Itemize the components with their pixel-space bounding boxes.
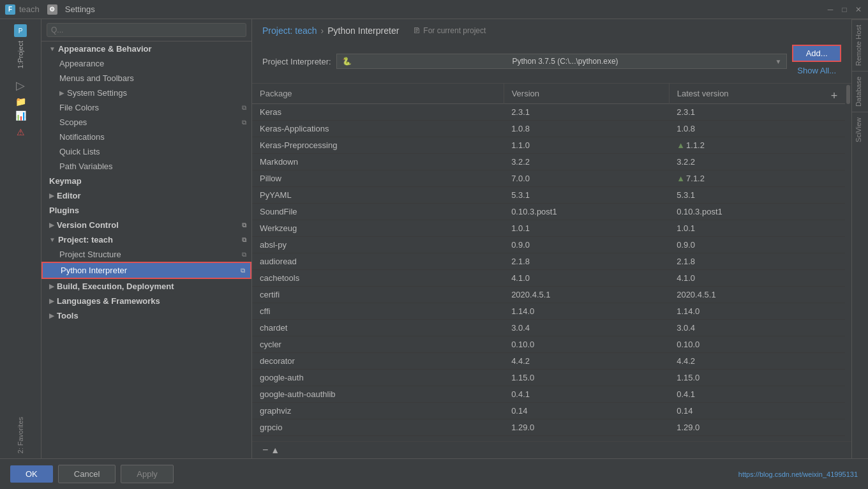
table-row[interactable]: Keras-Applications1.0.81.0.8 xyxy=(252,121,851,137)
package-latest: ▲1.1.2 xyxy=(669,137,851,154)
structure-tab[interactable]: ▷ xyxy=(16,79,25,93)
package-latest: 1.15.0 xyxy=(669,370,851,386)
table-row[interactable]: chardet3.0.43.0.4 xyxy=(252,320,851,336)
table-row[interactable]: grpcio1.29.01.29.0 xyxy=(252,419,851,436)
table-row[interactable]: cycler0.10.00.10.0 xyxy=(252,336,851,353)
table-row[interactable]: certifi2020.4.5.12020.4.5.1 xyxy=(252,287,851,303)
for-current-label: For current project xyxy=(423,26,486,35)
tab-remote-host[interactable]: Remote Host xyxy=(852,19,868,71)
package-name: cycler xyxy=(252,336,504,353)
package-name: grpcio xyxy=(252,419,504,436)
alert-tab[interactable]: ⚠ xyxy=(17,127,25,137)
ok-button[interactable]: OK xyxy=(10,465,53,483)
arrow-editor: ▶ xyxy=(49,192,54,199)
tree-label-scopes: Scopes xyxy=(59,117,87,127)
status-url: https://blog.csdn.net/weixin_41995131 xyxy=(738,470,858,478)
tree-label-project-teach: Project: teach xyxy=(58,235,113,244)
tree-item-appearance-behavior[interactable]: ▼ Appearance & Behavior xyxy=(41,41,251,56)
table-row[interactable]: google-auth-oauthlib0.4.10.4.1 xyxy=(252,386,851,403)
table-row[interactable]: PyYAML5.3.15.3.1 xyxy=(252,187,851,204)
tree-item-project-teach[interactable]: ▼ Project: teach ⧉ xyxy=(41,232,251,247)
table-row[interactable]: absl-py0.9.00.9.0 xyxy=(252,237,851,253)
tree-item-tools[interactable]: ▶ Tools xyxy=(41,308,251,323)
tree-label-plugins: Plugins xyxy=(49,206,79,215)
breadcrumb-current: Python Interpreter xyxy=(327,26,399,36)
tree-label-file-colors: File Colors xyxy=(59,103,99,112)
table-row[interactable]: SoundFile0.10.3.post10.10.3.post1 xyxy=(252,204,851,220)
scrollbar[interactable] xyxy=(845,84,851,441)
tree-item-build-execution[interactable]: ▶ Build, Execution, Deployment xyxy=(41,279,251,294)
right-tabs: Remote Host Database SciView xyxy=(851,19,868,458)
add-button[interactable]: Add... xyxy=(792,45,841,62)
close-btn[interactable]: ✕ xyxy=(854,5,863,14)
package-latest: 2020.4.5.1 xyxy=(669,287,851,303)
cancel-button[interactable]: Cancel xyxy=(58,465,116,483)
package-name: Werkzeug xyxy=(252,220,504,237)
tree-item-path-variables[interactable]: Path Variables xyxy=(41,159,251,174)
for-current-project: 🖹 For current project xyxy=(413,26,486,35)
table-row[interactable]: Keras-Preprocessing1.1.0▲1.1.2 xyxy=(252,137,851,154)
tree-item-keymap[interactable]: Keymap xyxy=(41,174,251,188)
table-row[interactable]: cachetools4.1.04.1.0 xyxy=(252,270,851,287)
table-row[interactable]: Werkzeug1.0.11.0.1 xyxy=(252,220,851,237)
tree-label-appearance: Appearance xyxy=(59,59,104,68)
tree-item-plugins[interactable]: Plugins xyxy=(41,203,251,218)
package-version: 2020.4.5.1 xyxy=(504,287,669,303)
tree-item-languages-frameworks[interactable]: ▶ Languages & Frameworks xyxy=(41,294,251,308)
tree-item-appearance[interactable]: Appearance xyxy=(41,56,251,71)
package-version: 0.4.1 xyxy=(504,386,669,403)
table-row[interactable]: google-auth1.15.01.15.0 xyxy=(252,370,851,386)
tree-item-menus-toolbars[interactable]: Menus and Toolbars xyxy=(41,71,251,86)
project-tab[interactable]: P 1:Project xyxy=(0,19,41,73)
tree-label-python-interpreter: Python Interpreter xyxy=(61,266,127,275)
add-package-button[interactable]: + xyxy=(827,89,841,103)
tab-sciview[interactable]: SciView xyxy=(852,112,868,147)
favorites-tab[interactable]: 2: Favorites xyxy=(17,417,24,453)
arrow-languages: ▶ xyxy=(49,297,54,305)
search-input[interactable] xyxy=(47,23,246,37)
add-show-container: Add... Show All... xyxy=(792,45,841,78)
tree-item-notifications[interactable]: Notifications xyxy=(41,130,251,144)
tree-item-file-colors[interactable]: File Colors ⧉ xyxy=(41,100,251,115)
copy-icon-scopes: ⧉ xyxy=(242,119,246,126)
breadcrumb-project[interactable]: Project: teach xyxy=(262,26,317,36)
scrollbar-thumb[interactable] xyxy=(846,85,850,104)
minimize-btn[interactable]: ─ xyxy=(826,5,835,14)
tab-database[interactable]: Database xyxy=(852,71,868,112)
interpreter-select[interactable]: 🐍 Python 3.7.5 (C:\...\python.exe) ▼ xyxy=(336,54,788,69)
remove-package-btn[interactable]: − xyxy=(262,444,268,456)
tree-item-system-settings[interactable]: ▶ System Settings xyxy=(41,86,251,100)
table-row[interactable]: cffi1.14.01.14.0 xyxy=(252,303,851,320)
table-row[interactable]: Pillow7.0.0▲7.1.2 xyxy=(252,170,851,187)
package-latest: 0.10.3.post1 xyxy=(669,204,851,220)
apply-button[interactable]: Apply xyxy=(121,465,174,483)
table-header-row: Package Version Latest version xyxy=(252,84,851,104)
arrow-project: ▼ xyxy=(49,236,56,243)
upgrade-package-btn[interactable]: ▲ xyxy=(271,445,280,455)
copy-icon-vcs: ⧉ xyxy=(242,222,246,229)
tree-item-project-structure[interactable]: Project Structure ⧉ xyxy=(41,247,251,262)
package-latest: 0.4.1 xyxy=(669,386,851,403)
package-name: PyYAML xyxy=(252,187,504,204)
arrow-vcs: ▶ xyxy=(49,222,54,229)
chart-tab[interactable]: 📊 xyxy=(15,110,26,121)
table-row[interactable]: Markdown3.2.23.2.2 xyxy=(252,154,851,170)
package-table-container: + Package Version Latest version Keras2.… xyxy=(252,84,851,441)
tree-item-version-control[interactable]: ▶ Version Control ⧉ xyxy=(41,218,251,232)
arrow-tools: ▶ xyxy=(49,312,54,319)
tree-item-quick-lists[interactable]: Quick Lists xyxy=(41,144,251,159)
package-name: google-auth xyxy=(252,370,504,386)
maximize-btn[interactable]: □ xyxy=(840,5,849,14)
tree-item-python-interpreter[interactable]: Python Interpreter ⧉ xyxy=(41,262,251,279)
tree-label-languages: Languages & Frameworks xyxy=(57,296,160,306)
table-row[interactable]: audioread2.1.82.1.8 xyxy=(252,253,851,270)
package-version: 3.0.4 xyxy=(504,320,669,336)
tree-item-scopes[interactable]: Scopes ⧉ xyxy=(41,115,251,130)
tree-item-editor[interactable]: ▶ Editor xyxy=(41,188,251,203)
folder-tab[interactable]: 📁 xyxy=(15,96,26,107)
table-row[interactable]: graphviz0.140.14 xyxy=(252,403,851,419)
package-version: 1.1.0 xyxy=(504,137,669,154)
table-row[interactable]: Keras2.3.12.3.1 xyxy=(252,104,851,121)
show-all-button[interactable]: Show All... xyxy=(792,63,841,78)
table-row[interactable]: decorator4.4.24.4.2 xyxy=(252,353,851,370)
